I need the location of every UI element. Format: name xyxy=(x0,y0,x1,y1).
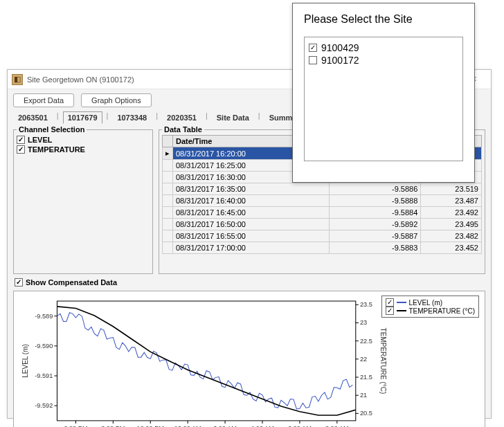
legend-swatch-level xyxy=(397,302,406,303)
legend-temperature[interactable]: ✓ TEMPERATURE (°C) xyxy=(386,307,475,315)
site-option-label: 9100429 xyxy=(321,42,359,53)
cell-datetime: 08/31/2017 16:50:00 xyxy=(173,219,330,230)
tab-separator xyxy=(105,111,110,124)
cell-datetime: 08/31/2017 16:40:00 xyxy=(173,195,330,207)
channel-level[interactable]: ✓ LEVEL xyxy=(17,135,150,145)
channel-selection-title: Channel Selection xyxy=(17,125,87,134)
row-marker xyxy=(163,195,173,207)
tab-separator xyxy=(154,111,159,124)
svg-text:-9.590: -9.590 xyxy=(35,343,53,349)
site-select-title: Please Select the Site xyxy=(304,13,463,26)
cell-temp: 23.487 xyxy=(421,195,482,207)
row-marker xyxy=(163,219,173,230)
checkbox-icon: ✓ xyxy=(15,278,23,287)
table-row[interactable]: 08/31/2017 16:55:00-9.588723.482 xyxy=(163,230,482,242)
svg-text:TEMPERATURE (°C): TEMPERATURE (°C) xyxy=(379,328,387,394)
app-icon: ◧ xyxy=(12,74,23,85)
checkbox-icon: ✓ xyxy=(309,44,317,52)
cell-datetime: 08/31/2017 16:45:00 xyxy=(173,207,330,219)
data-table-title: Data Table xyxy=(162,125,204,134)
row-marker xyxy=(163,172,173,183)
legend-swatch-temp xyxy=(397,310,406,311)
svg-text:-9.589: -9.589 xyxy=(35,313,53,320)
checkbox-icon: ✓ xyxy=(386,298,394,307)
table-row[interactable]: 08/31/2017 16:45:00-9.588423.492 xyxy=(163,207,482,219)
svg-text:LEVEL (m): LEVEL (m) xyxy=(21,344,29,378)
show-compensated-checkbox[interactable]: ✓ Show Compensated Data xyxy=(15,278,491,287)
row-marker xyxy=(163,230,173,242)
svg-text:22.5: 22.5 xyxy=(360,338,372,345)
row-marker xyxy=(163,160,173,172)
svg-rect-0 xyxy=(57,301,355,421)
tab-1073348[interactable]: 1073348 xyxy=(112,111,152,124)
table-row[interactable]: 08/31/2017 17:00:00-9.588323.452 xyxy=(163,242,482,254)
table-row[interactable]: 08/31/2017 16:50:00-9.589223.495 xyxy=(163,219,482,230)
site-select-popup: Please Select the Site ✓91004299100172 xyxy=(292,3,475,183)
svg-text:20.5: 20.5 xyxy=(360,410,372,417)
channel-temp-label: TEMPERATURE xyxy=(28,145,85,154)
row-marker xyxy=(163,183,173,195)
cell-level: -9.5884 xyxy=(329,207,420,219)
chart[interactable]: -9.589-9.590-9.591-9.59223.52322.52221.5… xyxy=(18,296,388,427)
cell-temp: 23.519 xyxy=(421,183,482,195)
svg-text:22: 22 xyxy=(360,356,367,363)
checkbox-icon: ✓ xyxy=(17,136,25,144)
legend-temp-label: TEMPERATURE (°C) xyxy=(409,307,475,315)
chart-area: -9.589-9.590-9.591-9.59223.52322.52221.5… xyxy=(13,291,485,427)
cell-level: -9.5888 xyxy=(329,195,420,207)
svg-text:21.5: 21.5 xyxy=(360,374,372,381)
svg-text:21: 21 xyxy=(360,392,367,399)
graph-options-button[interactable]: Graph Options xyxy=(81,93,152,107)
show-compensated-label: Show Compensated Data xyxy=(26,278,117,287)
cell-level: -9.5883 xyxy=(329,242,420,254)
svg-text:23.5: 23.5 xyxy=(360,301,372,308)
site-option-9100172[interactable]: 9100172 xyxy=(309,54,458,66)
channel-level-label: LEVEL xyxy=(28,136,52,144)
cell-level: -9.5886 xyxy=(329,183,420,195)
cell-datetime: 08/31/2017 17:00:00 xyxy=(173,242,330,254)
tab-2063501[interactable]: 2063501 xyxy=(13,111,53,124)
cell-temp: 23.492 xyxy=(421,207,482,219)
cell-datetime: 08/31/2017 16:55:00 xyxy=(173,230,330,242)
tab-1017679[interactable]: 1017679 xyxy=(63,111,102,124)
tab-2020351[interactable]: 2020351 xyxy=(162,111,201,124)
legend-level-label: LEVEL (m) xyxy=(409,299,443,307)
channel-temperature[interactable]: ✓ TEMPERATURE xyxy=(17,145,150,154)
checkbox-icon xyxy=(309,56,317,64)
checkbox-icon: ✓ xyxy=(386,307,394,315)
site-option-9100429[interactable]: ✓9100429 xyxy=(309,42,458,54)
cell-level: -9.5887 xyxy=(329,230,420,242)
channel-selection-box: Channel Selection ✓ LEVEL ✓ TEMPERATURE xyxy=(13,125,153,274)
table-row[interactable]: 08/31/2017 16:40:00-9.588823.487 xyxy=(163,195,482,207)
row-marker xyxy=(163,242,173,254)
cell-temp: 23.482 xyxy=(421,230,482,242)
export-data-button[interactable]: Export Data xyxy=(13,93,74,107)
svg-text:-9.591: -9.591 xyxy=(35,372,53,379)
row-marker xyxy=(163,207,173,219)
site-option-label: 9100172 xyxy=(321,55,359,66)
tab-site-data[interactable]: Site Data xyxy=(212,111,254,124)
svg-text:-9.592: -9.592 xyxy=(35,402,53,409)
legend-level[interactable]: ✓ LEVEL (m) xyxy=(386,298,475,307)
cell-datetime: 08/31/2017 16:35:00 xyxy=(173,183,330,195)
table-row[interactable]: 08/31/2017 16:35:00-9.588623.519 xyxy=(163,183,482,195)
tab-separator xyxy=(204,111,209,124)
chart-legend: ✓ LEVEL (m) ✓ TEMPERATURE (°C) xyxy=(381,296,479,318)
tab-separator xyxy=(257,111,262,124)
cell-temp: 23.452 xyxy=(421,242,482,254)
checkbox-icon: ✓ xyxy=(17,145,25,154)
tab-separator xyxy=(55,111,60,124)
cell-level: -9.5892 xyxy=(329,219,420,230)
svg-text:23: 23 xyxy=(360,320,367,327)
cell-temp: 23.495 xyxy=(421,219,482,230)
row-marker: ▸ xyxy=(163,147,173,160)
site-select-list: ✓91004299100172 xyxy=(304,37,463,161)
